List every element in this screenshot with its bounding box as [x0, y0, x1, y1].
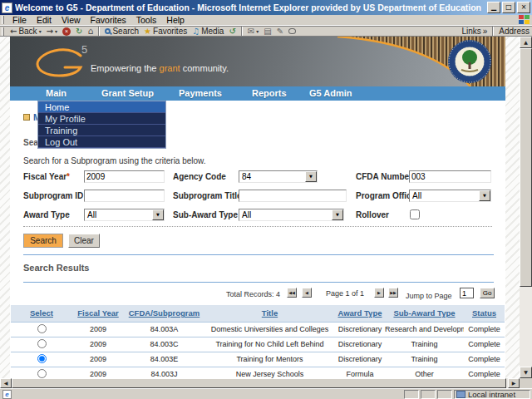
header-cfda-subprogram[interactable]: CFDA/Subprogram — [124, 305, 204, 322]
first-page-button[interactable]: ◀◀ — [287, 288, 297, 298]
mail-button[interactable]: ✉ ▾ — [245, 27, 261, 37]
award-type-select[interactable]: All ▼ — [84, 209, 165, 221]
stop-button[interactable]: × — [60, 27, 73, 37]
mail-icon: ✉ — [248, 27, 254, 36]
menu-file[interactable]: File — [7, 15, 32, 25]
menu-item-log-out[interactable]: Log Out — [38, 136, 165, 148]
links-chevron-icon[interactable]: » — [483, 27, 488, 36]
menu-help[interactable]: Help — [161, 15, 190, 25]
row-select-radio[interactable] — [37, 354, 47, 363]
vertical-scrollbar[interactable]: ▲ ▼ — [520, 37, 532, 378]
header-award-type[interactable]: Award Type — [335, 305, 385, 322]
mail-dropdown-icon[interactable]: ▾ — [256, 28, 259, 34]
window-title: Welcome to G5 - Department of Education … — [15, 2, 487, 12]
sub-award-type-select[interactable]: All ▼ — [239, 209, 344, 221]
cell-award-type: Discretionary — [335, 322, 385, 337]
history-button[interactable]: ↺ — [226, 27, 238, 37]
menu-item-training[interactable]: Training — [38, 125, 165, 136]
header-title[interactable]: Title — [204, 305, 335, 322]
menu-item-home[interactable]: Home — [38, 101, 165, 113]
home-button[interactable]: ⌂ — [85, 27, 96, 37]
subprogram-title-input[interactable] — [239, 190, 347, 202]
rollover-checkbox[interactable] — [410, 209, 420, 219]
dropdown-arrow-icon[interactable]: ▼ — [332, 209, 343, 220]
back-dropdown-icon[interactable]: ▾ — [39, 28, 42, 34]
print-button[interactable]: ▤ — [261, 27, 273, 37]
dropdown-arrow-icon[interactable]: ▼ — [152, 209, 164, 220]
refresh-button[interactable]: ↻ — [73, 27, 85, 37]
row-select-radio[interactable] — [37, 339, 47, 348]
cell-sub-award-type: Research and Development — [385, 322, 464, 337]
search-form: Fiscal Year* Agency Code 84 ▼ CFDA Numbe… — [23, 170, 494, 224]
scroll-up-icon[interactable]: ▲ — [520, 37, 532, 48]
search-toolbar-button[interactable]: Search — [102, 27, 141, 37]
edit-button[interactable]: ✎ — [274, 27, 286, 37]
header-sub-award-type[interactable]: Sub-Award Type — [385, 305, 464, 322]
nav-g5-admin[interactable]: G5 Admin — [309, 88, 352, 98]
dropdown-arrow-icon[interactable]: ▼ — [479, 190, 490, 201]
scroll-left-icon[interactable]: ◀ — [0, 378, 12, 388]
header-fiscal-year[interactable]: Fiscal Year — [72, 305, 124, 322]
scroll-down-icon[interactable]: ▼ — [520, 367, 532, 378]
menu-favorites[interactable]: Favorites — [86, 15, 131, 25]
next-page-button[interactable]: ▶ — [374, 288, 384, 298]
edit-icon: ✎ — [277, 27, 283, 36]
security-zone-panel: Local intranet — [454, 390, 530, 399]
minimize-button[interactable]: ▁ — [487, 2, 500, 13]
status-bar: e Local intranet — [0, 388, 532, 399]
agency-code-select[interactable]: 84 ▼ — [239, 170, 318, 183]
menu-edit[interactable]: Edit — [32, 15, 57, 25]
search-button[interactable]: Search — [23, 234, 63, 248]
menu-view[interactable]: View — [57, 15, 86, 25]
close-button[interactable]: × — [517, 2, 530, 13]
search-instructions: Search for a Subprogram using the criter… — [23, 156, 206, 165]
subprogram-id-input[interactable] — [84, 190, 165, 202]
forward-dropdown-icon[interactable]: ▾ — [55, 28, 57, 34]
status-panel — [404, 390, 419, 399]
go-button[interactable]: Go — [480, 288, 495, 298]
cfda-number-input[interactable] — [409, 170, 491, 183]
row-select-radio[interactable] — [37, 369, 47, 378]
horizontal-scroll-thumb[interactable] — [12, 378, 506, 388]
horizontal-scrollbar[interactable]: ◀ ▶ — [0, 378, 520, 388]
status-panel — [437, 390, 452, 399]
vertical-scroll-thumb[interactable] — [520, 48, 532, 287]
dropdown-arrow-icon[interactable]: ▼ — [305, 171, 317, 182]
header-select[interactable]: Select — [11, 305, 72, 322]
scroll-right-icon[interactable]: ▶ — [508, 378, 520, 388]
header-status[interactable]: Status — [464, 305, 505, 322]
clear-button[interactable]: Clear — [68, 234, 100, 248]
menu-item-my-profile[interactable]: My Profile — [38, 113, 165, 125]
form-buttons: Search Clear — [23, 234, 100, 248]
favorites-button[interactable]: ★ Favorites — [141, 27, 190, 37]
forward-button[interactable]: → ▾ — [44, 27, 60, 37]
main-navigation: Main Grant Setup Payments Reports G5 Adm… — [10, 86, 505, 101]
refresh-icon: ↻ — [76, 27, 82, 36]
restore-button[interactable]: □ — [502, 2, 515, 13]
nav-grant-setup[interactable]: Grant Setup — [101, 88, 154, 98]
cell-fiscal-year: 2009 — [72, 337, 124, 352]
document-status-icon: e — [2, 390, 12, 399]
nav-payments[interactable]: Payments — [179, 88, 222, 98]
last-page-button[interactable]: ▶▶ — [388, 288, 398, 298]
back-button[interactable]: ← Back ▾ — [7, 27, 44, 37]
address-bar-label[interactable]: Address — [496, 27, 532, 37]
links-bar[interactable]: Links » — [459, 27, 490, 37]
windows-logo-throbber — [519, 15, 530, 25]
program-office-select[interactable]: All ▼ — [409, 190, 491, 202]
cell-award-type: Discretionary — [335, 337, 385, 352]
jump-to-page-input[interactable] — [460, 288, 474, 298]
previous-page-button[interactable]: ◀ — [302, 288, 312, 298]
media-button[interactable]: ♫ Media — [190, 27, 226, 37]
cell-sub-award-type: Training — [385, 337, 464, 352]
discuss-button[interactable] — [286, 27, 298, 37]
bullet-icon — [23, 114, 30, 121]
menu-tools[interactable]: Tools — [131, 15, 162, 25]
cell-title: New Jersey Schools — [204, 367, 335, 378]
fiscal-year-input[interactable] — [84, 170, 165, 183]
cell-cfda: 84.003J — [124, 367, 204, 378]
nav-main[interactable]: Main — [46, 88, 66, 98]
row-select-radio[interactable] — [37, 324, 47, 333]
nav-reports[interactable]: Reports — [252, 88, 287, 98]
table-row: 2009 84.003A Domestic Universities and C… — [11, 322, 505, 337]
